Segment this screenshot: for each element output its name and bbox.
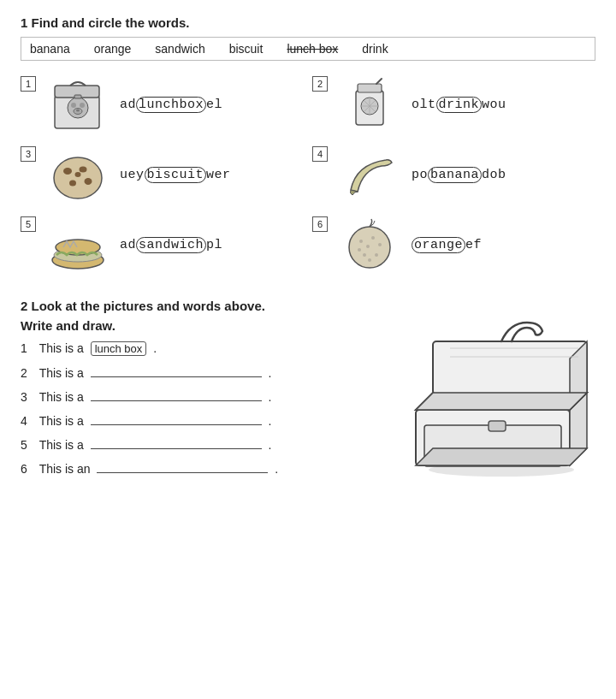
svg-rect-46 (489, 421, 506, 431)
blank-4 (91, 412, 262, 425)
svg-point-29 (375, 253, 378, 257)
svg-point-30 (363, 253, 366, 257)
line-prefix-3: This is a (36, 390, 87, 404)
grid-item-2: 2 oltdrink (312, 74, 595, 134)
section1-title: 1 Find and circle the words. (21, 15, 595, 30)
line-num-5: 5 (21, 438, 33, 452)
blank-5 (91, 435, 262, 449)
blank-3 (91, 388, 262, 401)
line-num-1: 1 (21, 341, 33, 355)
item-number-6: 6 (312, 216, 328, 232)
svg-marker-38 (416, 448, 587, 465)
svg-point-28 (378, 243, 382, 246)
line-num-3: 3 (21, 390, 33, 404)
svg-point-3 (71, 103, 76, 108)
circle-banana: banana (428, 167, 482, 183)
svg-marker-42 (416, 393, 587, 410)
line-period-1: . (150, 341, 157, 355)
circle-biscuit: biscuit (145, 167, 207, 183)
svg-point-19 (69, 180, 76, 186)
word-sandwich: sandwich (155, 42, 204, 56)
word-lunchbox: lunch box (287, 42, 338, 56)
grid-item-6: 6 (312, 215, 595, 275)
write-line-4: 4 This is a . (21, 412, 385, 428)
write-line-5: 5 This is a . (21, 435, 385, 452)
blank-2 (91, 364, 262, 377)
item-image-banana (336, 145, 403, 204)
svg-rect-40 (433, 341, 587, 394)
circle-lunchbox: lunchbox (136, 97, 206, 113)
word-drink: drink (362, 42, 388, 56)
line-period-6: . (271, 462, 278, 476)
line-period-5: . (265, 438, 272, 452)
section1: 1 Find and circle the words. banana oran… (21, 15, 595, 275)
section2-subtitle: Write and draw. (21, 318, 385, 333)
item-text-4: pobananadob (412, 168, 506, 182)
prefilled-lunchbox: lunch box (91, 341, 147, 356)
line-period-3: . (265, 390, 272, 404)
item-text-3: ueybiscuitwer (120, 168, 231, 182)
section2: 2 Look at the pictures and words above. … (21, 299, 595, 483)
line-num-4: 4 (21, 414, 33, 428)
item-text-5: adsandwichpl (120, 238, 222, 252)
line-prefix-6: This is an (36, 462, 93, 476)
svg-point-26 (359, 240, 363, 243)
item-text-2: oltdrinkwou (412, 98, 506, 112)
svg-point-18 (80, 166, 87, 172)
line-prefix-5: This is a (36, 438, 87, 452)
item-number-4: 4 (312, 146, 328, 162)
item-number-3: 3 (21, 146, 36, 162)
line-prefix-2: This is a (36, 366, 87, 380)
svg-rect-7 (74, 95, 81, 98)
item-text-6: orangeef (412, 238, 482, 252)
word-banana: banana (30, 42, 70, 56)
svg-rect-9 (358, 84, 382, 92)
lunchbox-drawing (399, 299, 595, 478)
line-num-2: 2 (21, 366, 33, 380)
write-line-3: 3 This is a . (21, 388, 385, 404)
grid-item-1: 1 (21, 74, 304, 134)
svg-point-6 (76, 109, 80, 111)
line-period-2: . (265, 366, 272, 380)
svg-line-10 (376, 79, 382, 84)
item-image-sandwich (44, 215, 111, 275)
word-bank: banana orange sandwich biscuit lunch box… (21, 37, 595, 61)
grid-item-3: 3 ueybiscuitwer (21, 145, 304, 204)
circle-orange: orange (412, 237, 465, 253)
svg-point-27 (371, 236, 375, 240)
find-words-grid: 1 (21, 74, 595, 275)
grid-item-5: 5 adsandwichpl (21, 215, 304, 275)
item-number-1: 1 (21, 76, 36, 92)
item-text-1: adlunchboxel (120, 98, 222, 112)
svg-point-17 (63, 168, 72, 175)
grid-item-4: 4 pobananadob (312, 145, 595, 204)
svg-point-32 (368, 258, 371, 262)
svg-point-4 (80, 103, 85, 108)
word-biscuit: biscuit (229, 42, 264, 56)
svg-point-16 (54, 157, 102, 198)
svg-point-20 (85, 178, 92, 185)
item-image-lunchbox (44, 74, 111, 134)
svg-point-21 (75, 172, 81, 177)
section2-image (399, 299, 595, 482)
blank-6 (97, 459, 268, 473)
write-line-1: 1 This is a lunch box . (21, 341, 385, 356)
write-line-2: 2 This is a . (21, 364, 385, 380)
svg-point-31 (358, 248, 361, 252)
write-line-6: 6 This is an . (21, 459, 385, 476)
line-period-4: . (265, 414, 272, 428)
item-image-drink (336, 74, 403, 134)
section2-title: 2 Look at the pictures and words above. (21, 299, 385, 313)
item-number-2: 2 (312, 76, 328, 92)
line-prefix-4: This is a (36, 414, 87, 428)
svg-point-33 (366, 245, 370, 248)
section2-left: 2 Look at the pictures and words above. … (21, 299, 385, 483)
svg-point-2 (68, 98, 88, 118)
item-number-5: 5 (21, 216, 36, 232)
item-image-biscuit (44, 145, 111, 204)
line-num-6: 6 (21, 462, 33, 476)
circle-drink: drink (436, 97, 483, 113)
circle-sandwich: sandwich (136, 237, 206, 253)
item-image-orange (336, 215, 403, 275)
line-prefix-1: This is a (36, 341, 87, 355)
